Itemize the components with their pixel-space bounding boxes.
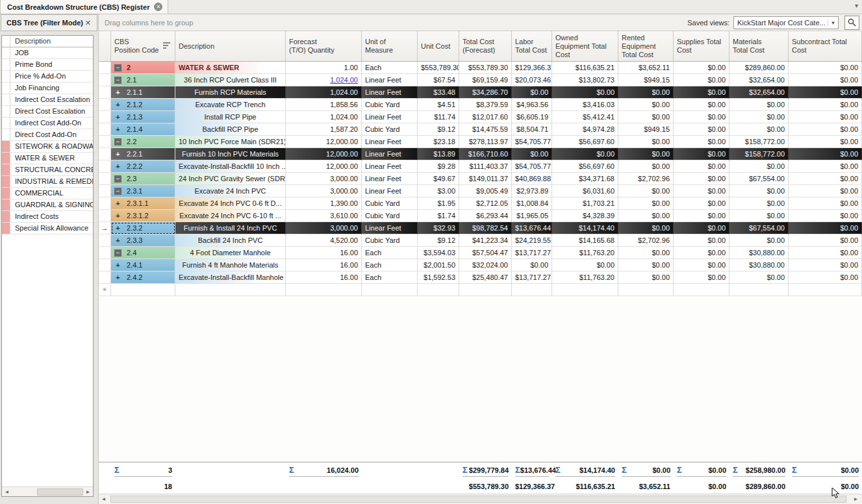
sidebar-item-industrial-remediation[interactable]: INDUSTRIAL & REMEDIATION — [2, 176, 93, 188]
table-row[interactable]: −2.136 Inch RCP Culvert Class III1,024.0… — [99, 74, 862, 86]
cell-labor[interactable]: $2,973.89 — [512, 185, 552, 197]
cell-description[interactable]: Furnish RCP Materials — [175, 86, 286, 99]
cell-forecast-quantity[interactable]: 12,000.00 — [286, 160, 362, 173]
cell-description[interactable]: 24 Inch PVC Gravity Sewer (SDR35) — [175, 173, 286, 185]
expand-icon[interactable]: + — [114, 99, 121, 110]
column-header-code[interactable]: CBS Position Code — [111, 31, 175, 61]
cell-labor[interactable]: $6,605.19 — [512, 111, 552, 123]
expand-icon[interactable]: + — [114, 234, 121, 246]
cell-sub[interactable]: $0.00 — [789, 160, 862, 173]
cell-position-code[interactable]: +2.2.1 — [111, 148, 175, 160]
cell-forecast-quantity[interactable]: 16.00 — [286, 271, 362, 284]
cell-unit[interactable]: $2,001.50 — [418, 259, 459, 271]
sidebar-item-water-sewer[interactable]: WATER & SEWER — [2, 153, 93, 164]
cell-unit[interactable]: $9.12 — [418, 123, 459, 136]
sidebar-item-structural-concrete[interactable]: STRUCTURAL CONCRETE & ... — [2, 164, 93, 176]
cell-owned[interactable]: $11,763.20 — [552, 271, 618, 284]
cell-total[interactable]: $98,782.54 — [459, 222, 512, 234]
cell-rented[interactable]: $0.00 — [618, 148, 674, 160]
column-header-supplies[interactable]: Supplies Total Cost — [674, 31, 729, 61]
cell-unit-of-measure[interactable]: Linear Feet — [362, 74, 418, 86]
cell-materials[interactable]: $30,880.00 — [729, 259, 789, 271]
cell-forecast-quantity[interactable]: 3,000.00 — [286, 222, 362, 234]
cell-sub[interactable]: $0.00 — [789, 234, 862, 247]
cell-supplies[interactable]: $0.00 — [674, 62, 729, 74]
cell-unit[interactable]: $553,789.30 — [418, 62, 459, 74]
cell-total[interactable]: $57,504.47 — [459, 247, 512, 259]
cell-materials[interactable]: $158,772.00 — [729, 136, 789, 148]
cell-total[interactable]: $2,712.05 — [459, 197, 512, 210]
cell-materials[interactable]: $0.00 — [729, 111, 789, 123]
cell-position-code[interactable]: +2.2.2 — [111, 160, 175, 173]
cell-labor[interactable]: $0.00 — [512, 148, 552, 160]
table-row[interactable]: →+2.3.2Furnish & Install 24 Inch PVC3,00… — [99, 222, 862, 234]
cell-total[interactable]: $166,710.60 — [459, 148, 512, 160]
cell-forecast-quantity[interactable]: 16.00 — [286, 259, 362, 271]
cell-supplies[interactable]: $0.00 — [674, 136, 729, 148]
cell-unit[interactable]: $67.54 — [418, 74, 459, 86]
cell-description[interactable]: Furnish 10 Inch PVC Materials — [175, 148, 286, 160]
cell-description[interactable]: Excavate-Install-Backfill 10 Inch ... — [175, 160, 286, 173]
cell-sub[interactable]: $0.00 — [789, 148, 862, 160]
column-header-owned[interactable]: Owned Equipment Total Cost — [552, 31, 618, 61]
expand-icon[interactable]: + — [114, 197, 121, 209]
cell-unit[interactable]: $1.74 — [418, 210, 459, 222]
table-row[interactable]: −2.3.1Excavate 24 Inch PVC3,000.00Linear… — [99, 185, 862, 197]
cell-forecast-quantity[interactable]: 1,024.00 — [286, 74, 362, 86]
cell-forecast-quantity[interactable]: 1,858.56 — [286, 99, 362, 111]
cell-owned[interactable]: $56,697.60 — [552, 160, 618, 173]
saved-views-select[interactable]: KickStart Major Cost Cate... ▾ — [733, 16, 839, 29]
cell-unit-of-measure[interactable]: Each — [362, 259, 418, 271]
cell-supplies[interactable]: $0.00 — [674, 222, 729, 234]
cell-forecast-quantity[interactable]: 1,587.20 — [286, 123, 362, 136]
sidebar-item-price-add-on[interactable]: Price % Add-On — [2, 71, 93, 82]
table-row[interactable]: +2.3.1.1Excavate 24 Inch PVC 0-6 ft D...… — [99, 197, 862, 210]
table-row[interactable]: −2.324 Inch PVC Gravity Sewer (SDR35)3,0… — [99, 173, 862, 185]
cell-supplies[interactable]: $0.00 — [674, 123, 729, 136]
cell-materials[interactable]: $32,654.00 — [729, 74, 789, 86]
table-row[interactable]: +2.1.4Backfill RCP Pipe1,587.20Cubic Yar… — [99, 123, 862, 136]
cell-labor[interactable]: $40,869.88 — [512, 173, 552, 185]
cell-labor[interactable]: $13,676.44 — [512, 222, 552, 234]
sidebar-item-sitework-roadway[interactable]: SITEWORK & ROADWAY — [2, 141, 93, 153]
expand-icon[interactable]: + — [114, 160, 121, 172]
cell-description[interactable]: Backfill RCP Pipe — [175, 123, 286, 136]
cell-supplies[interactable]: $0.00 — [674, 234, 729, 247]
cell-unit-of-measure[interactable]: Linear Feet — [362, 111, 418, 123]
cell-sub[interactable]: $0.00 — [789, 271, 862, 284]
cell-owned[interactable]: $116,635.21 — [552, 62, 618, 74]
cell-total[interactable]: $41,223.34 — [459, 234, 512, 247]
table-row[interactable]: +2.4.1Furnish 4 ft Manhole Materials16.0… — [99, 259, 862, 271]
cell-materials[interactable]: $289,860.00 — [729, 62, 789, 74]
cell-forecast-quantity[interactable]: 12,000.00 — [286, 136, 362, 148]
column-header-sub[interactable]: Subcontract Total Cost — [789, 31, 862, 61]
sidebar-item-guardrail-signing[interactable]: GUARDRAIL & SIGNING — [2, 199, 93, 211]
cell-labor[interactable]: $54,705.77 — [512, 160, 552, 173]
cell-position-code[interactable]: +2.1.3 — [111, 111, 175, 123]
cell-materials[interactable]: $0.00 — [729, 234, 789, 247]
table-row[interactable]: +2.1.2Excavate RCP Trench1,858.56Cubic Y… — [99, 99, 862, 111]
cell-rented[interactable]: $0.00 — [618, 185, 674, 197]
cell-labor[interactable]: $0.00 — [512, 86, 552, 99]
cell-unit-of-measure[interactable]: Each — [362, 247, 418, 259]
empty-cell[interactable] — [618, 284, 674, 296]
cell-position-code[interactable]: +2.1.4 — [111, 123, 175, 136]
cell-unit[interactable]: $4.51 — [418, 99, 459, 111]
cell-total[interactable]: $553,789.30 — [459, 62, 512, 74]
cell-total[interactable]: $8,379.59 — [459, 99, 512, 111]
cell-supplies[interactable]: $0.00 — [674, 185, 729, 197]
cell-materials[interactable]: $0.00 — [729, 99, 789, 111]
cell-rented[interactable]: $0.00 — [618, 259, 674, 271]
cell-unit-of-measure[interactable]: Cubic Yard — [362, 210, 418, 222]
cell-materials[interactable]: $0.00 — [729, 123, 789, 136]
cell-total[interactable]: $149,011.37 — [459, 173, 512, 185]
cell-supplies[interactable]: $0.00 — [674, 160, 729, 173]
cell-position-code[interactable]: −2.4 — [111, 247, 175, 259]
empty-cell[interactable] — [418, 284, 459, 296]
cell-unit-of-measure[interactable]: Linear Feet — [362, 136, 418, 148]
cell-owned[interactable]: $4,974.28 — [552, 123, 618, 136]
cell-sub[interactable]: $0.00 — [789, 99, 862, 111]
cell-materials[interactable]: $0.00 — [729, 160, 789, 173]
column-header-total[interactable]: Total Cost (Forecast) — [459, 31, 512, 61]
cell-sub[interactable]: $0.00 — [789, 197, 862, 210]
